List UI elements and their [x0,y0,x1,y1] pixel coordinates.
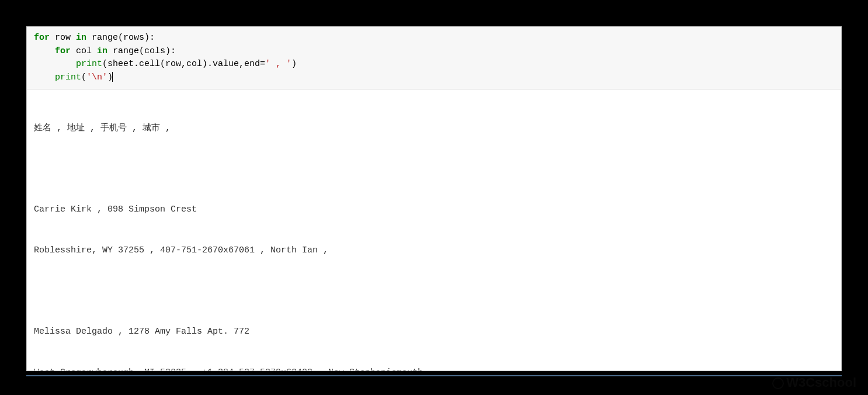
output-row: West Gregoryborough, MI 53035 , +1-384-5… [34,366,834,370]
text-cursor [112,72,113,82]
output-row: Melissa Delgado , 1278 Amy Falls Apt. 77… [34,325,834,338]
code-line-1: for row in range(rows): [34,32,834,45]
output-content[interactable]: 姓名 , 地址 , 手机号 , 城市 , Carrie Kirk , 098 S… [27,89,841,370]
output-area: 姓名 , 地址 , 手机号 , 城市 , Carrie Kirk , 098 S… [27,89,841,370]
bottom-divider [26,375,842,376]
notebook-container: for row in range(rows): for col in range… [26,26,842,371]
watermark: W3Cschool [772,375,856,390]
output-row: Carrie Kirk , 098 Simpson Crest [34,203,834,216]
code-line-4: print('\n') [34,71,834,85]
watermark-icon [772,377,784,389]
output-row: Roblesshire, WY 37255 , 407-751-2670x670… [34,244,834,257]
code-line-3: print(sheet.cell(row,col).value,end=' , … [34,58,834,71]
code-input-cell[interactable]: for row in range(rows): for col in range… [27,27,841,89]
code-line-2: for col in range(cols): [34,45,834,58]
output-header: 姓名 , 地址 , 手机号 , 城市 , [34,122,834,135]
